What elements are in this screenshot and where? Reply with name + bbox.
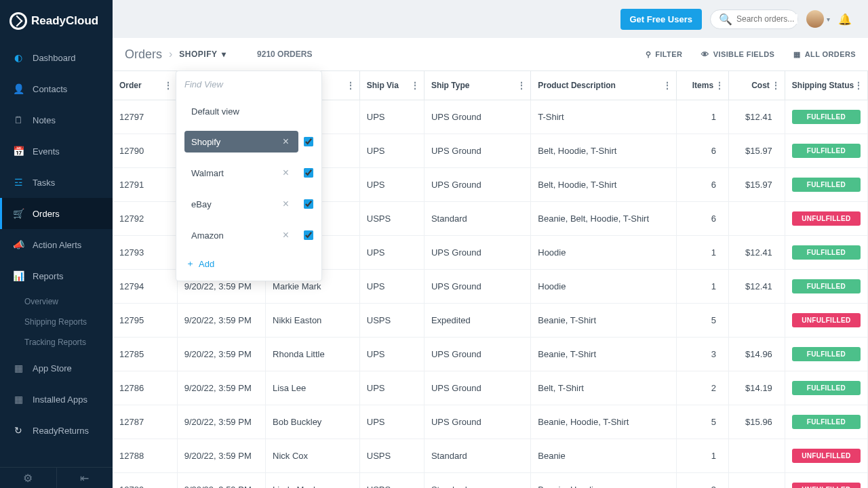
sidebar-item-label: Notes [33,115,56,125]
status-badge: FULFILLED [792,415,861,429]
col-menu-icon[interactable]: ⋮ [517,80,526,91]
sidebar-sub-overview[interactable]: Overview [0,291,113,312]
get-free-users-button[interactable]: Get Free Users [620,9,703,30]
table-row[interactable]: 127959/20/22, 3:59 PMNikki EastonUSPSExp… [113,304,868,338]
view-option-shopify[interactable]: Shopify× [176,126,321,157]
table-row[interactable]: 127869/20/22, 3:59 PMLisa LeeUPSUPS Grou… [113,371,868,405]
settings-button[interactable]: ⚙ [0,468,57,488]
ret-icon: ↻ [12,424,24,436]
grid-icon: ▦ [12,393,24,405]
sidebar-sub-tracking-reports[interactable]: Tracking Reports [0,332,113,352]
col-header[interactable]: Items⋮ [677,71,729,100]
sidebar-item-tasks[interactable]: ☲Tasks [0,167,113,198]
table-row[interactable]: 127859/20/22, 3:59 PMRhonda LittleUPSUPS… [113,338,868,371]
col-menu-icon[interactable]: ⋮ [854,80,863,91]
status-badge: FULFILLED [792,245,861,260]
col-menu-icon[interactable]: ⋮ [715,80,724,91]
status-badge: FULFILLED [792,110,861,124]
filter-button[interactable]: ⚲FILTER [646,50,683,59]
page-title: Orders [125,47,162,62]
table-row[interactable]: 127889/20/22, 3:59 PMNick CoxUSPSStandar… [113,439,868,473]
close-icon[interactable]: × [280,167,292,179]
sidebar-item-action-alerts[interactable]: 📣Action Alerts [0,229,113,260]
view-checkbox[interactable] [304,199,313,209]
status-badge: UNFULFILLED [792,449,861,463]
col-header[interactable]: Cost⋮ [729,71,785,100]
col-menu-icon[interactable]: ⋮ [771,80,781,91]
table-row[interactable]: 127879/20/22, 3:59 PMBob BuckleyUPSUPS G… [113,405,868,439]
status-badge: UNFULFILLED [792,313,861,327]
all-orders-button[interactable]: ▦ALL ORDERS [793,50,856,59]
sidebar-item-installed-apps[interactable]: ▦Installed Apps [0,384,113,415]
sidebar-item-contacts[interactable]: 👤Contacts [0,73,113,104]
col-header[interactable]: Ship Via⋮ [359,71,424,100]
plus-icon: ＋ [186,258,195,270]
nav: ◐Dashboard👤Contacts🗒Notes📅Events☲Tasks🛒O… [0,42,113,467]
view-option-default[interactable]: Default view [176,97,321,126]
breadcrumb-sep-icon: › [169,48,172,60]
sidebar-item-label: Contacts [33,84,67,94]
user-menu[interactable]: ▾ [806,10,830,28]
col-header[interactable]: Shipping Status⋮ [785,71,867,100]
sidebar-item-reports[interactable]: 📊Reports [0,260,113,291]
view-dropdown: Default view Shopify×Walmart×eBay×Amazon… [176,70,322,281]
cal-icon: 📅 [12,145,24,157]
sidebar-item-label: Orders [33,209,60,219]
status-badge: FULFILLED [792,279,861,293]
sidebar-item-dashboard[interactable]: ◐Dashboard [0,42,113,73]
status-badge: UNFULFILLED [792,211,861,226]
topbar: Get Free Users 🔍 ▾ 🔔 [113,0,868,38]
view-checkbox[interactable] [304,230,313,240]
chevron-down-icon: ▾ [827,16,830,23]
user-icon: 👤 [12,83,24,95]
gear-icon: ⚙ [23,472,33,485]
status-badge: FULFILLED [792,178,861,192]
collapse-button[interactable]: ⇤ [57,468,113,488]
status-badge: UNFULFILLED [792,483,861,488]
sidebar-item-events[interactable]: 📅Events [0,136,113,167]
sidebar-item-orders[interactable]: 🛒Orders [0,198,113,229]
view-option-amazon[interactable]: Amazon× [176,220,321,251]
status-badge: FULFILLED [792,347,861,361]
close-icon[interactable]: × [280,198,292,210]
table-row[interactable]: 127899/20/22, 3:59 PMLinda MackUSPSStand… [113,473,868,489]
sidebar-item-label: Events [33,146,60,157]
col-menu-icon[interactable]: ⋮ [346,80,355,91]
logo-icon [9,12,27,30]
col-menu-icon[interactable]: ⋮ [410,80,420,91]
sidebar-sub-shipping-reports[interactable]: Shipping Reports [0,312,113,332]
find-view-input[interactable] [184,79,313,89]
sidebar: ReadyCloud ◐Dashboard👤Contacts🗒Notes📅Eve… [0,0,113,488]
close-icon[interactable]: × [280,229,292,241]
grid-icon: ▦ [12,362,24,374]
view-checkbox[interactable] [304,168,313,178]
view-selector[interactable]: SHOPIFY ▾ [179,49,226,59]
status-badge: FULFILLED [792,381,861,395]
col-header[interactable]: Order⋮ [113,71,177,100]
sidebar-item-app-store[interactable]: ▦App Store [0,352,113,384]
search-box[interactable]: 🔍 [710,9,798,29]
cart-icon: 🛒 [12,207,24,220]
view-option-ebay[interactable]: eBay× [176,188,321,220]
sidebar-item-label: Action Alerts [33,240,81,250]
content: Orders › SHOPIFY ▾ 9210 ORDERS ⚲FILTER 👁… [113,38,868,488]
search-input[interactable] [736,14,797,24]
view-option-walmart[interactable]: Walmart× [176,157,321,188]
visible-fields-button[interactable]: 👁VISIBLE FIELDS [701,50,774,59]
sidebar-item-notes[interactable]: 🗒Notes [0,104,113,136]
notifications-button[interactable]: 🔔 [838,13,852,26]
sidebar-item-label: Installed Apps [33,394,87,405]
col-header[interactable]: Product Description⋮ [531,71,677,100]
sidebar-item-readyreturns[interactable]: ↻ReadyReturns [0,415,113,446]
logo[interactable]: ReadyCloud [0,0,113,42]
close-icon[interactable]: × [280,136,292,148]
col-menu-icon[interactable]: ⋮ [163,80,173,91]
speed-icon: ◐ [12,52,24,64]
col-menu-icon[interactable]: ⋮ [663,80,672,91]
view-label: SHOPIFY [179,49,217,59]
view-checkbox[interactable] [304,137,313,146]
col-header[interactable]: Ship Type⋮ [424,71,530,100]
add-view-button[interactable]: ＋Add [176,251,321,277]
logo-text: ReadyCloud [31,14,98,28]
main: Get Free Users 🔍 ▾ 🔔 Orders › SHOPIFY ▾ … [113,0,868,488]
